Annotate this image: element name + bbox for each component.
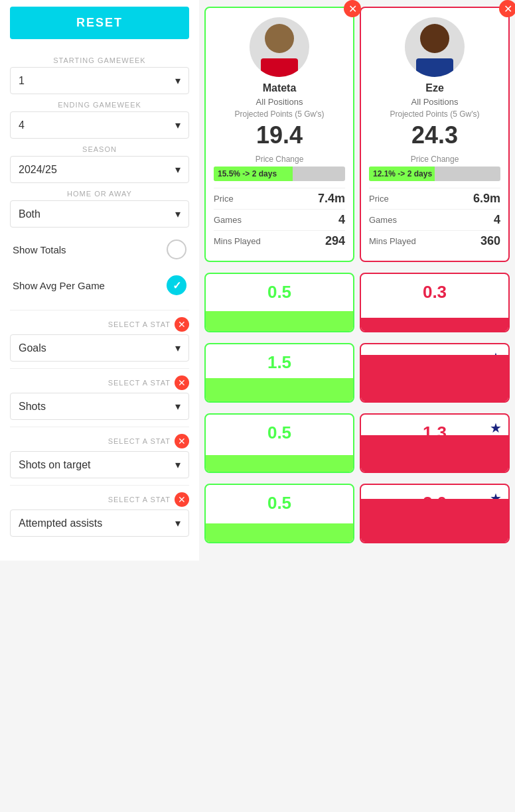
stat-comparison-row-3: 0.5 ★ 1.3 xyxy=(204,413,510,473)
price-change-fill-1: 15.5% -> 2 days xyxy=(214,167,293,181)
stat-dropdown-3[interactable]: Shots on target ▾ xyxy=(10,451,189,478)
stat-value-3: Shots on target xyxy=(19,459,91,471)
bar-fill-p2-2 xyxy=(361,355,508,401)
stat-dropdown-4[interactable]: Attempted assists ▾ xyxy=(10,509,189,537)
remove-stat-button-3[interactable]: ✕ xyxy=(175,434,189,448)
mins-row-2: Mins Played 360 xyxy=(369,230,500,251)
stat-value-1: Goals xyxy=(19,342,46,354)
stat-bar-p1-4: 0.5 xyxy=(204,484,354,543)
stat-bar-p2-2: ★ 4.5 xyxy=(360,343,510,403)
stat-sections: SELECT A STAT ✕ Goals ▾ SELECT A STAT ✕ … xyxy=(10,310,189,537)
season-label: SEASON xyxy=(10,145,189,153)
right-panel: ✕ Mateta All Positions Projected Points … xyxy=(199,0,515,561)
stat-dropdown-1[interactable]: Goals ▾ xyxy=(10,334,189,362)
price-value-2: 6.9m xyxy=(473,192,500,206)
players-row: ✕ Mateta All Positions Projected Points … xyxy=(204,7,510,262)
remove-player-button-2[interactable]: ✕ xyxy=(499,0,515,17)
left-panel: RESET STARTING GAMEWEEK 1 ▾ ENDING GAMEW… xyxy=(0,0,199,561)
bar-fill-p1-4 xyxy=(206,523,353,542)
select-stat-label-1: SELECT A STAT ✕ xyxy=(10,317,189,332)
projected-label-1: Projected Points (5 Gw's) xyxy=(214,109,345,119)
starting-gameweek-dropdown[interactable]: 1 ▾ xyxy=(10,67,189,94)
projected-points-2: 24.3 xyxy=(369,121,500,149)
close-icon: ✕ xyxy=(178,494,186,505)
chevron-down-icon: ▾ xyxy=(175,458,181,471)
stat-section-2: SELECT A STAT ✕ Shots ▾ xyxy=(10,368,189,420)
bar-fill-p1-3 xyxy=(206,455,353,472)
player-card-1: ✕ Mateta All Positions Projected Points … xyxy=(204,7,354,262)
stat-value-2: Shots xyxy=(19,401,46,413)
projected-label-2: Projected Points (5 Gw's) xyxy=(369,109,500,119)
bar-fill-p2-1 xyxy=(361,318,508,331)
stat-section-1: SELECT A STAT ✕ Goals ▾ xyxy=(10,310,189,362)
stat-bar-p1-3: 0.5 xyxy=(204,413,354,473)
season-value: 2024/25 xyxy=(19,164,57,176)
show-avg-label: Show Avg Per Game xyxy=(13,280,105,291)
mins-label-1: Mins Played xyxy=(214,236,261,246)
remove-stat-button-4[interactable]: ✕ xyxy=(175,492,189,507)
close-icon: ✕ xyxy=(348,3,357,15)
projected-points-1: 19.4 xyxy=(214,121,345,149)
season-dropdown[interactable]: 2024/25 ▾ xyxy=(10,156,189,183)
chevron-down-icon: ▾ xyxy=(175,342,181,354)
price-label-2: Price xyxy=(369,194,389,204)
stat-bar-p2-3: ★ 1.3 xyxy=(360,413,510,473)
chevron-down-icon: ▾ xyxy=(175,74,181,87)
stat-value-p1-4: 0.5 xyxy=(267,485,291,517)
stat-section-4: SELECT A STAT ✕ Attempted assists ▾ xyxy=(10,485,189,537)
home-or-away-value: Both xyxy=(19,208,40,220)
stat-bar-p1-1: 0.5 xyxy=(204,273,354,332)
show-avg-row: Show Avg Per Game ✓ xyxy=(10,267,189,303)
player-avatar-2 xyxy=(405,17,465,77)
price-change-fill-2: 12.1% -> 2 days xyxy=(369,167,435,181)
show-totals-label: Show Totals xyxy=(13,244,66,255)
close-icon: ✕ xyxy=(178,319,186,330)
stat-comparison-row-4: 0.5 ★ 2.0 xyxy=(204,484,510,543)
starting-gameweek-value: 1 xyxy=(19,75,25,87)
player-card-2: ✕ Eze All Positions Projected Points (5 … xyxy=(360,7,510,262)
home-or-away-dropdown[interactable]: Both ▾ xyxy=(10,200,189,228)
mins-value-1: 294 xyxy=(325,234,345,248)
close-icon: ✕ xyxy=(178,377,186,388)
games-value-1: 4 xyxy=(338,213,345,227)
price-change-bar-2: 12.1% -> 2 days xyxy=(369,167,500,181)
ending-gameweek-value: 4 xyxy=(19,119,25,131)
price-change-bar-1: 15.5% -> 2 days xyxy=(214,167,345,181)
price-row-2: Price 6.9m xyxy=(369,188,500,209)
select-stat-label-3: SELECT A STAT ✕ xyxy=(10,434,189,448)
reset-button[interactable]: RESET xyxy=(10,7,189,39)
player-position-1: All Positions xyxy=(214,97,345,107)
bar-fill-p1-2 xyxy=(206,378,353,401)
show-totals-toggle[interactable] xyxy=(167,239,186,259)
stat-comparison-row-1: 0.5 0.3 xyxy=(204,273,510,332)
select-stat-text-2: SELECT A STAT xyxy=(108,379,171,387)
select-stat-text-1: SELECT A STAT xyxy=(108,320,171,328)
stat-bar-p2-4: ★ 2.0 xyxy=(360,484,510,543)
price-label-1: Price xyxy=(214,194,234,204)
player-position-2: All Positions xyxy=(369,97,500,107)
remove-stat-button-1[interactable]: ✕ xyxy=(175,317,189,332)
stat-value-p1-1: 0.5 xyxy=(267,274,291,306)
stat-section-3: SELECT A STAT ✕ Shots on target ▾ xyxy=(10,427,189,478)
ending-gameweek-dropdown[interactable]: 4 ▾ xyxy=(10,111,189,139)
stat-dropdown-2[interactable]: Shots ▾ xyxy=(10,393,189,420)
stats-rows: 0.5 0.3 1.5 ★ 4.5 0.5 ★ 1.3 xyxy=(204,273,510,554)
stat-value-4: Attempted assists xyxy=(19,517,102,529)
home-or-away-label: HOME OR AWAY xyxy=(10,190,189,198)
remove-player-button-1[interactable]: ✕ xyxy=(344,0,361,17)
player-avatar-1 xyxy=(250,17,309,77)
chevron-down-icon: ▾ xyxy=(175,208,181,220)
select-stat-label-2: SELECT A STAT ✕ xyxy=(10,375,189,390)
select-stat-text-3: SELECT A STAT xyxy=(108,437,171,445)
svg-point-3 xyxy=(420,24,449,53)
games-label-2: Games xyxy=(369,215,397,225)
games-row-2: Games 4 xyxy=(369,209,500,230)
games-label-1: Games xyxy=(214,215,242,225)
svg-rect-5 xyxy=(416,58,453,72)
svg-point-0 xyxy=(265,24,294,53)
stat-value-p2-1: 0.3 xyxy=(423,274,447,306)
mins-value-2: 360 xyxy=(480,234,500,248)
remove-stat-button-2[interactable]: ✕ xyxy=(175,375,189,390)
show-avg-toggle[interactable]: ✓ xyxy=(167,275,186,295)
games-value-2: 4 xyxy=(494,213,500,227)
